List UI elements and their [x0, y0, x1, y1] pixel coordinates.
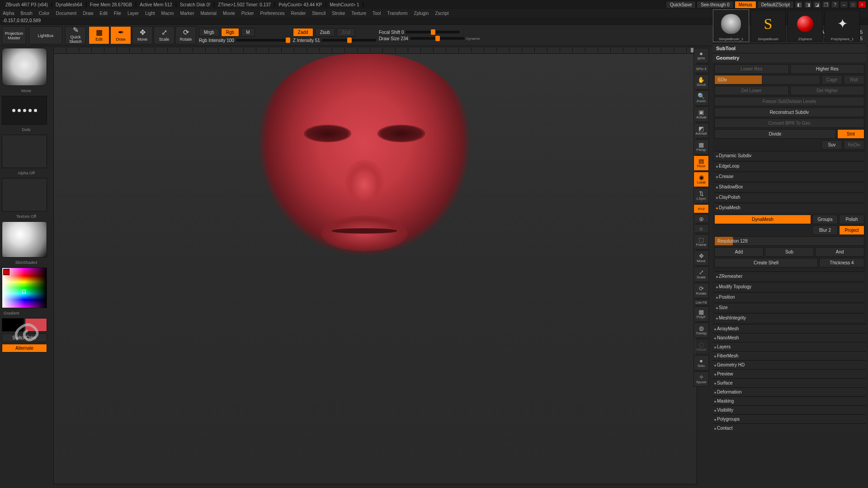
zremesher-header[interactable]: ZRemesher — [714, 272, 864, 281]
nav-floor[interactable]: ▤Floor — [693, 155, 709, 171]
nav-frame[interactable]: ⬚Frame — [693, 234, 709, 249]
dynamesh-toggle[interactable]: DynaMesh — [714, 215, 811, 224]
menu-brush[interactable]: Brush — [21, 11, 33, 16]
arraymesh-header[interactable]: ArrayMesh — [712, 324, 866, 333]
nav-scale[interactable]: ⤢Scale — [693, 267, 709, 282]
nav-center[interactable]: ⊕ — [693, 214, 709, 223]
dynamic-label[interactable]: Dynamic — [466, 37, 480, 41]
color-ui-icon[interactable]: ◪ — [813, 1, 821, 8]
alpha-thumb[interactable] — [2, 135, 47, 168]
geometry-header[interactable]: Geometry — [712, 53, 866, 62]
tool-thumb-0[interactable]: SimpleBrush_1 — [713, 10, 749, 42]
divide-button[interactable]: Divide — [714, 129, 836, 139]
lightbox-button[interactable]: LightBox — [29, 26, 62, 44]
groups-toggle[interactable]: Groups — [812, 215, 838, 224]
tool-thumb-1[interactable]: SSimpleBrush — [750, 10, 786, 42]
layers-header[interactable]: Layers — [712, 342, 866, 351]
menu-stencil[interactable]: Stencil — [312, 11, 326, 16]
texture-thumb[interactable] — [2, 178, 47, 211]
reconstruct-button[interactable]: Reconstruct Subdiv — [714, 108, 864, 117]
minimize-icon[interactable]: – — [840, 1, 848, 8]
color-picker[interactable] — [2, 267, 47, 308]
nav-actual[interactable]: ▣Actual — [693, 107, 709, 122]
nav-polyf[interactable]: ▦PolyF — [693, 306, 709, 322]
rediv-button[interactable]: ReDiv — [844, 140, 864, 150]
brush-thumb[interactable] — [2, 48, 47, 86]
menu-file[interactable]: File — [114, 11, 121, 16]
menu-movie[interactable]: Movie — [223, 11, 235, 16]
nav-transp[interactable]: ◍Transp — [693, 323, 709, 338]
rgb-toggle[interactable]: Rgb — [221, 28, 239, 37]
menu-marker[interactable]: Marker — [180, 11, 194, 16]
float-icon[interactable]: ❐ — [822, 1, 830, 8]
polish-toggle[interactable]: Polish — [839, 215, 864, 224]
edgeloop-header[interactable]: EdgeLoop — [714, 161, 864, 170]
size-header[interactable]: Size — [714, 303, 864, 312]
quicksketch-button[interactable]: ✎Quick Sketch — [65, 26, 86, 44]
cage-button[interactable]: Cage — [821, 75, 842, 84]
ui-config[interactable]: DefaultZScript — [757, 1, 794, 9]
tool-thumb-2[interactable]: ZSphere — [788, 10, 823, 42]
menu-picker[interactable]: Picker — [241, 11, 254, 16]
menu-document[interactable]: Document — [56, 11, 77, 16]
thickness-slider[interactable]: Thickness 4 — [819, 258, 864, 267]
menu-edit[interactable]: Edit — [100, 11, 108, 16]
preview-header[interactable]: Preview — [712, 369, 866, 378]
nav-ghost[interactable]: ◌Ghost — [693, 339, 709, 354]
menu-preferences[interactable]: Preferences — [260, 11, 285, 16]
zcut-toggle[interactable]: Zcut — [337, 28, 355, 37]
drawsize-slider[interactable] — [410, 37, 464, 40]
nav-move[interactable]: ✥Move — [693, 250, 709, 266]
nav-scroll[interactable]: ✋Scroll — [693, 74, 709, 89]
nav-rotate[interactable]: ⟳Rotate — [693, 283, 709, 298]
focal-slider[interactable] — [406, 31, 460, 33]
menu-material[interactable]: Material — [201, 11, 217, 16]
rgb-intensity-slider[interactable] — [236, 39, 290, 42]
seethrough-slider[interactable]: See-through 0 — [697, 1, 733, 9]
nav-local[interactable]: ◉Local — [693, 172, 709, 187]
draw-mode-button[interactable]: ✒Draw — [110, 26, 131, 44]
nav-zoom[interactable]: 🔍Zoom — [693, 90, 709, 106]
dynamesh-header[interactable]: DynaMesh — [714, 203, 864, 212]
nav-spix[interactable]: SPix 3 — [693, 64, 709, 73]
nav-xyz[interactable]: XYZ — [693, 204, 709, 213]
gradient-label[interactable]: Gradient — [2, 310, 51, 316]
menus-toggle[interactable]: Menus — [735, 1, 756, 9]
polygroups-header[interactable]: Polygroups — [712, 414, 866, 423]
masking-header[interactable]: Masking — [712, 396, 866, 405]
createshell-button[interactable]: Create Shell — [714, 258, 818, 267]
menu-zplugin[interactable]: Zplugin — [414, 11, 429, 16]
delhigher-button[interactable]: Del Higher — [790, 86, 865, 95]
add-button[interactable]: Add — [714, 247, 764, 257]
menu-transform[interactable]: Transform — [387, 11, 407, 16]
maximize-icon[interactable]: □ — [849, 1, 857, 8]
rotate-mode-button[interactable]: ⟳Rotate — [175, 26, 196, 44]
tray-right-icon[interactable]: ◨ — [804, 1, 812, 8]
and-button[interactable]: And — [815, 247, 864, 257]
menu-draw[interactable]: Draw — [83, 11, 93, 16]
sdiv-slider[interactable]: SDiv — [714, 75, 820, 84]
project-toggle[interactable]: Project — [839, 225, 864, 235]
subtool-header[interactable]: SubTool — [712, 43, 866, 53]
nav-bpr[interactable]: ●BPR — [693, 48, 709, 63]
nav-xpose[interactable]: ✧Xpose — [693, 371, 709, 387]
nav-fit[interactable]: ○ — [693, 224, 709, 233]
nav-lsym[interactable]: ⇅LSym — [693, 188, 709, 203]
fibermesh-header[interactable]: FiberMesh — [712, 351, 866, 360]
quicksave-button[interactable]: QuickSave — [666, 1, 696, 9]
menu-layer[interactable]: Layer — [127, 11, 139, 16]
sub-button[interactable]: Sub — [765, 247, 814, 257]
visibility-header[interactable]: Visibility — [712, 405, 866, 414]
move-mode-button[interactable]: ✥Move — [132, 26, 153, 44]
rstl-button[interactable]: Rstl — [844, 75, 864, 84]
menu-color[interactable]: Color — [39, 11, 50, 16]
close-icon[interactable]: × — [858, 1, 866, 8]
tool-thumb-3[interactable]: ✦PolySphere_1 — [825, 10, 860, 42]
nav-persp[interactable]: ▦Persp — [693, 139, 709, 155]
deformation-header[interactable]: Deformation — [712, 387, 866, 396]
modifytopo-header[interactable]: Modify Topology — [714, 282, 864, 291]
projection-master-button[interactable]: Projection Master — [2, 26, 26, 44]
position-header[interactable]: Position — [714, 292, 864, 301]
meshintegrity-header[interactable]: MeshIntegrity — [714, 313, 864, 322]
dynsub-header[interactable]: Dynamic Subdiv — [714, 151, 864, 160]
